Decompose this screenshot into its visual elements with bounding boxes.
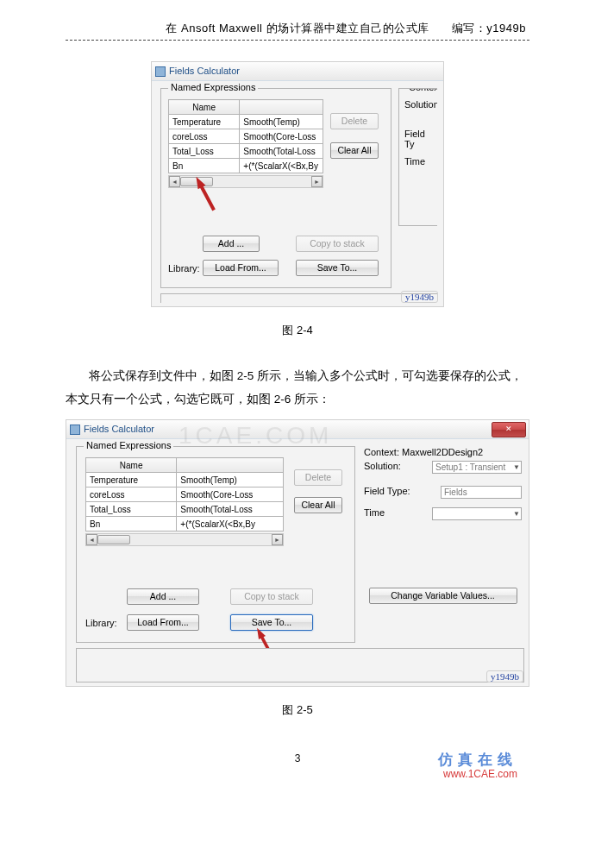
window-title: Fields Calculator (84, 420, 154, 438)
doc-title: 在 Ansoft Maxwell 的场计算器中建立自己的公式库 (166, 22, 429, 35)
time-label: Time (404, 156, 425, 167)
solution-dropdown[interactable]: Setup1 : Transient (432, 461, 522, 474)
window-icon (155, 66, 166, 77)
field-type-label: Field Ty (404, 129, 437, 149)
page: 在 Ansoft Maxwell 的场计算器中建立自己的公式库 编写：y1949… (0, 0, 595, 790)
table-header: Name (169, 100, 323, 115)
watermark-tag: y1949b (486, 670, 523, 682)
time-label: Time (364, 507, 385, 520)
table-row[interactable]: coreLossSmooth(Core-Loss (86, 487, 284, 502)
table-row[interactable]: Bn+(*(ScalarX(<Bx,By (86, 517, 284, 531)
screenshot-fig-2-4: Fields Calculator Named Expressions Name… (151, 61, 444, 307)
copy-to-stack-button[interactable]: Copy to stack (296, 236, 379, 252)
figure-caption: 图 2-4 (66, 323, 529, 338)
add-button[interactable]: Add ... (127, 588, 199, 605)
window-title: Fields Calculator (169, 62, 240, 80)
table-row[interactable]: TemperatureSmooth(Temp) (86, 473, 284, 487)
expressions-table-wrap: Name TemperatureSmooth(Temp) coreLossSmo… (168, 99, 323, 188)
doc-author: 编写：y1949b (452, 21, 526, 36)
solution-label: Solution: (404, 99, 437, 110)
clear-all-button[interactable]: Clear All (330, 142, 379, 159)
h-scrollbar[interactable]: ◄ ► (168, 175, 323, 188)
context-label: Context: Maxwell2DDesign2 (364, 447, 483, 457)
named-expressions-group: Named Expressions Name TemperatureSmooth… (160, 88, 391, 288)
window-icon (70, 425, 80, 435)
screenshot-fig-2-5: Fields Calculator ✕ 1CAE.COM 1CAE.COM Na… (66, 419, 529, 687)
delete-button[interactable]: Delete (330, 113, 379, 129)
body-paragraph: 将公式保存到文件中，如图 2-5 所示，当输入多个公式时，可勾选要保存的公式，本… (66, 364, 529, 411)
library-label: Library: (85, 618, 117, 628)
save-to-button[interactable]: Save To... (296, 260, 379, 276)
stack-group (160, 293, 437, 303)
context-label: Context (406, 88, 437, 92)
table-row[interactable]: Total_LossSmooth(Total-Loss (86, 502, 284, 517)
context-panel: Context: Maxwell2DDesign2 Solution: Setu… (364, 446, 522, 617)
save-to-button[interactable]: Save To... (230, 614, 313, 631)
solution-label: Solution: (364, 461, 401, 474)
scroll-left-icon[interactable]: ◄ (169, 176, 180, 187)
delete-button[interactable]: Delete (294, 469, 342, 486)
expressions-table-wrap: Name TemperatureSmooth(Temp) coreLossSmo… (85, 457, 284, 546)
close-button[interactable]: ✕ (492, 422, 526, 437)
copy-to-stack-button[interactable]: Copy to stack (230, 588, 313, 605)
time-dropdown[interactable] (432, 507, 522, 520)
table-header: Name (86, 458, 284, 473)
site-watermark: 仿真在线 www.1CAE.com (438, 750, 517, 780)
add-button[interactable]: Add ... (203, 236, 260, 252)
field-type-field[interactable]: Fields (441, 486, 522, 499)
library-label: Library: (168, 263, 200, 274)
load-from-button[interactable]: Load From... (127, 614, 199, 631)
clear-all-button[interactable]: Clear All (294, 497, 342, 513)
table-row[interactable]: Total_LossSmooth(Total-Loss (169, 144, 323, 159)
table-row[interactable]: TemperatureSmooth(Temp) (169, 115, 323, 129)
field-type-label: Field Type: (364, 486, 410, 499)
site-watermark-en: www.1CAE.com (438, 768, 517, 780)
col-expr[interactable] (177, 458, 284, 473)
site-watermark-zh: 仿真在线 (438, 752, 517, 768)
named-expressions-group: Named Expressions Name TemperatureSmooth… (76, 446, 355, 643)
window-titlebar[interactable]: Fields Calculator (66, 420, 529, 439)
col-name[interactable]: Name (169, 100, 240, 115)
scroll-right-icon[interactable]: ► (311, 176, 323, 187)
col-expr[interactable] (240, 100, 323, 115)
expressions-table[interactable]: Name TemperatureSmooth(Temp) coreLossSmo… (168, 99, 323, 173)
header-divider (66, 40, 529, 41)
figure-caption: 图 2-5 (66, 702, 529, 718)
watermark-tag: y1949b (401, 291, 438, 303)
stack-group (76, 648, 524, 682)
table-row[interactable]: coreLossSmooth(Core-Loss (169, 129, 323, 144)
window-titlebar[interactable]: Fields Calculator (152, 62, 443, 81)
change-variables-button[interactable]: Change Variable Values... (369, 588, 517, 604)
col-name[interactable]: Name (86, 458, 177, 473)
scroll-thumb[interactable] (97, 535, 130, 544)
h-scrollbar[interactable]: ◄ ► (85, 533, 284, 546)
group-label: Named Expressions (168, 82, 258, 92)
doc-header: 在 Ansoft Maxwell 的场计算器中建立自己的公式库 编写：y1949… (66, 21, 529, 36)
load-from-button[interactable]: Load From... (203, 260, 279, 276)
context-group: Context Solution: Field Ty Time (398, 88, 437, 226)
expressions-table[interactable]: Name TemperatureSmooth(Temp) coreLossSmo… (85, 457, 284, 531)
table-row[interactable]: Bn+(*(ScalarX(<Bx,By (169, 159, 323, 173)
scroll-left-icon[interactable]: ◄ (86, 534, 97, 545)
scroll-right-icon[interactable]: ► (272, 534, 283, 545)
group-label: Named Expressions (84, 440, 173, 450)
